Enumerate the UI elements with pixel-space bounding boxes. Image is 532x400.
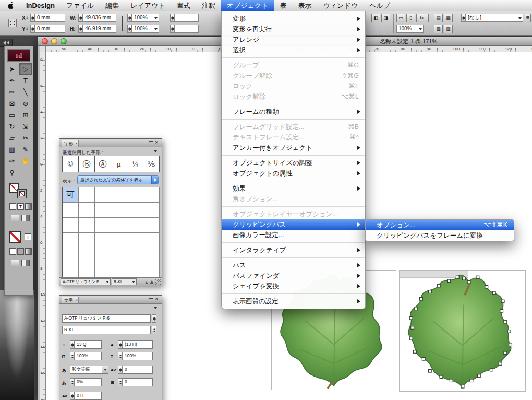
object-menu-item[interactable]: 変形 <box>222 14 365 24</box>
eyedropper-tool[interactable]: ✑ <box>6 155 18 167</box>
ellipse-frame-tool[interactable]: ⊘ <box>19 98 32 109</box>
object-menu-item[interactable]: 画像カラー設定... <box>222 230 365 240</box>
palette-menu-icon[interactable] <box>154 149 161 154</box>
zoom-tool[interactable]: ⚲ <box>6 167 18 178</box>
zoom-window-button[interactable] <box>61 38 67 44</box>
glyph-cell[interactable] <box>143 263 160 278</box>
glyph-cell[interactable] <box>143 203 160 218</box>
glyph-cell[interactable] <box>79 263 95 278</box>
shear-tool[interactable]: ▱ <box>6 132 18 144</box>
glyph-cell[interactable] <box>95 233 111 248</box>
glyph-cell[interactable] <box>111 233 127 248</box>
select-content-button[interactable]: ▯ <box>406 14 415 22</box>
text-wrap-shape-button[interactable]: ▧ <box>434 25 443 33</box>
text-color-button[interactable]: T <box>25 233 31 240</box>
glyph-cell[interactable] <box>63 263 79 278</box>
minimize-palette-icon[interactable] <box>149 141 153 142</box>
object-menu-item[interactable]: 効果 <box>222 183 365 194</box>
glyph-cell[interactable] <box>127 263 143 278</box>
minimize-window-button[interactable] <box>51 38 57 44</box>
close-palette-icon[interactable] <box>155 140 160 145</box>
glyph-cell[interactable] <box>63 248 79 263</box>
glyph-cell[interactable] <box>79 218 95 233</box>
horizontal-scale-input[interactable]: 100% <box>123 352 153 360</box>
object-menu-item[interactable]: ロック解除 ⌥⌘L <box>222 91 365 102</box>
height-stepper[interactable] <box>78 25 83 33</box>
rectangle-frame-tool[interactable]: ⊠ <box>6 98 18 109</box>
object-menu-item[interactable]: パスファインダ <box>222 270 365 281</box>
select-container-button[interactable]: ▭ <box>396 14 405 22</box>
glyph-cell[interactable] <box>127 248 143 263</box>
menubar-item[interactable]: 編集 <box>100 0 125 11</box>
recent-glyph-cell[interactable]: μ <box>111 156 127 172</box>
text-wrap-bounding-button[interactable]: ▦ <box>444 14 453 22</box>
menubar-item[interactable]: 書式 <box>171 0 196 11</box>
glyph-cell[interactable] <box>95 263 111 278</box>
glyph-cell[interactable] <box>63 218 79 233</box>
glyph-cell[interactable] <box>63 233 79 248</box>
width-stepper[interactable] <box>78 14 83 22</box>
direct-selection-tool[interactable]: ▷ <box>19 63 32 75</box>
glyph-cell[interactable] <box>79 248 95 263</box>
note-tool[interactable]: ✎ <box>19 144 32 155</box>
object-menu-item[interactable] <box>222 255 365 260</box>
horizontal-scale-stepper[interactable] <box>118 352 123 360</box>
glyph-cell[interactable] <box>79 233 95 248</box>
glyph-cell[interactable] <box>143 248 160 263</box>
glyph-cell[interactable]: 可 <box>63 187 79 203</box>
vertical-scale-stepper[interactable] <box>70 352 75 360</box>
aki-input[interactable]: 0 <box>123 378 153 386</box>
font-style-stepper[interactable] <box>152 326 156 334</box>
object-menu-item[interactable]: テキストフレーム設定... ⌘^ <box>222 132 365 143</box>
pen-tool[interactable]: ✒ <box>6 75 18 86</box>
font-style-combo[interactable]: R-KL <box>62 326 151 334</box>
glyph-cell[interactable] <box>127 218 143 233</box>
none-color-button[interactable] <box>9 248 16 255</box>
character-palette-header[interactable]: 文字 <box>59 296 162 304</box>
y-input[interactable]: 0 mm <box>35 25 65 33</box>
glyph-cell[interactable] <box>95 218 111 233</box>
menubar-item[interactable]: ウィンドウ <box>317 0 364 11</box>
glyph-cell[interactable] <box>95 187 111 203</box>
scale-x-dropdown-icon[interactable] <box>154 17 158 19</box>
object-menu-item[interactable]: 角オプション... <box>222 194 365 204</box>
baseline-shift-input[interactable]: 0 H <box>75 392 102 400</box>
menubar-item[interactable]: レイアウト <box>125 0 171 11</box>
glyph-cell[interactable] <box>127 187 143 203</box>
object-menu-item[interactable]: アンカー付きオブジェクト <box>222 143 365 153</box>
character-palette-tab[interactable]: 文字 <box>62 297 79 303</box>
rotation-stepper[interactable] <box>170 14 175 22</box>
pencil-tool[interactable]: ✏ <box>6 86 18 98</box>
object-menu-item[interactable]: アレンジ <box>222 34 365 45</box>
glyphs-palette-tab[interactable]: 字形 <box>62 140 79 147</box>
font-family-combo[interactable]: A-OTF リュウミン Pr6 <box>62 314 151 323</box>
object-menu-item[interactable]: インタラクティブ <box>222 245 365 255</box>
apply-none-button[interactable] <box>9 203 16 210</box>
glyph-cell[interactable] <box>111 187 127 203</box>
normal-view-button[interactable] <box>11 215 19 221</box>
font-size-stepper[interactable] <box>70 340 75 349</box>
menubar-item[interactable]: InDesign <box>20 0 61 11</box>
leading-stepper[interactable] <box>118 340 123 349</box>
object-menu-item[interactable]: フレームの種類 <box>222 107 365 117</box>
object-menu-item[interactable]: 変形を再実行 <box>222 24 365 34</box>
glyph-cell[interactable] <box>95 248 111 263</box>
object-menu-item[interactable]: シェイプを変換 <box>222 281 365 291</box>
preview-view-button[interactable] <box>21 215 30 221</box>
object-menu-item[interactable]: オブジェクトレイヤーオプション... <box>222 209 365 219</box>
glyph-zoom-out-icon[interactable] <box>145 281 148 284</box>
height-input[interactable]: 46.919 mm <box>83 25 116 33</box>
text-wrap-jump-button[interactable]: ▨ <box>444 25 453 33</box>
palette-menu-icon[interactable] <box>154 305 161 310</box>
vertical-scale-input[interactable]: 100% <box>75 352 102 360</box>
object-menu-item[interactable] <box>222 102 365 107</box>
rotation-input[interactable] <box>175 14 199 22</box>
glyph-cell[interactable] <box>63 203 79 218</box>
width-input[interactable]: 49.036 mm <box>83 14 116 22</box>
opacity-input[interactable]: 100% <box>396 25 424 33</box>
flip-horizontal-button[interactable]: ◧ <box>371 14 380 22</box>
minimize-palette-icon[interactable] <box>149 298 153 299</box>
kerning-stepper[interactable] <box>118 366 123 374</box>
vertical-ruler[interactable]: 86420246810121416 <box>40 52 46 400</box>
submenu-item[interactable]: クリッピングパスをフレームに変換 <box>366 230 514 241</box>
